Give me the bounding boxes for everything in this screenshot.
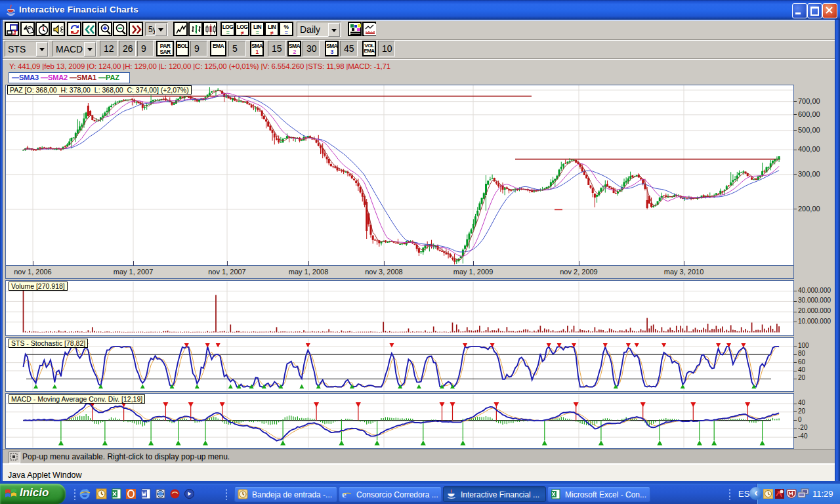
svg-text:e: e: [342, 489, 346, 499]
